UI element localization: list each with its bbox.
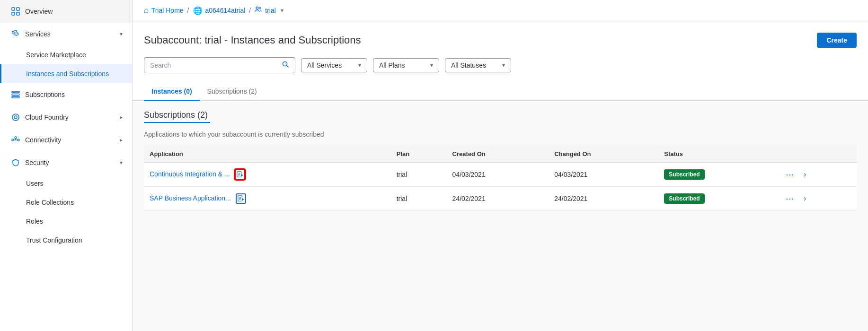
- svg-rect-5: [12, 94, 19, 96]
- app-icon-0[interactable]: [235, 169, 245, 180]
- search-icon: [282, 61, 289, 70]
- more-options-button-0[interactable]: ⋯: [783, 168, 798, 181]
- tabs: Instances (0) Subscriptions (2): [133, 83, 868, 101]
- tab-subscriptions[interactable]: Subscriptions (2): [200, 83, 265, 101]
- page-title: Subaccount: trial - Instances and Subscr…: [144, 34, 361, 46]
- svg-rect-1: [17, 8, 19, 10]
- col-changed-on: Changed On: [549, 146, 658, 163]
- filter-bar: All Services ▾ All Plans ▾ All Statuses …: [133, 57, 868, 83]
- page-header: Subaccount: trial - Instances and Subscr…: [133, 21, 868, 57]
- sidebar-item-overview-label: Overview: [25, 8, 123, 15]
- svg-line-17: [287, 66, 289, 68]
- table-row: Continuous Integration & ... trial 04/03…: [144, 163, 857, 187]
- svg-point-7: [12, 114, 19, 121]
- table-header-row: Application Plan Created On Changed On S…: [144, 146, 857, 163]
- sidebar-item-service-marketplace[interactable]: Service Marketplace: [0, 45, 132, 64]
- cell-plan-1: trial: [391, 187, 447, 211]
- all-services-dropdown[interactable]: All Services ▾: [301, 58, 367, 72]
- actions-cell-0: ⋯ ›: [783, 168, 851, 181]
- all-services-label: All Services: [307, 61, 354, 69]
- cell-changed-on-0: 04/03/2021: [549, 163, 658, 187]
- breadcrumb-account[interactable]: 🌐 a064614atrial: [193, 6, 246, 15]
- chevron-down-icon-6: ▾: [502, 62, 505, 69]
- all-statuses-dropdown[interactable]: All Statuses ▾: [445, 58, 511, 72]
- search-box[interactable]: [144, 57, 295, 73]
- svg-point-10: [18, 139, 19, 141]
- breadcrumb-subaccount-label: trial: [265, 7, 276, 14]
- sidebar-item-subscriptions[interactable]: Subscriptions: [0, 83, 132, 106]
- sidebar-item-trust-configuration-label: Trust Configuration: [26, 236, 82, 244]
- sidebar-item-overview[interactable]: Overview: [0, 0, 132, 23]
- chevron-right-icon-2: ▸: [120, 137, 123, 143]
- sidebar-item-connectivity[interactable]: Connectivity ▸: [0, 129, 132, 151]
- subscriptions-table: Application Plan Created On Changed On S…: [144, 146, 857, 211]
- sidebar-item-trust-configuration[interactable]: Trust Configuration: [0, 231, 132, 250]
- sidebar-item-security[interactable]: Security ▾: [0, 151, 132, 174]
- cloud-foundry-icon: [11, 113, 20, 122]
- actions-cell-1: ⋯ ›: [783, 192, 851, 205]
- sidebar-item-connectivity-label: Connectivity: [25, 136, 115, 144]
- sidebar-item-cloud-foundry[interactable]: Cloud Foundry ▸: [0, 106, 132, 129]
- tab-subscriptions-label: Subscriptions (2): [207, 87, 257, 95]
- sidebar-item-users-label: Users: [26, 180, 44, 187]
- col-plan: Plan: [391, 146, 447, 163]
- col-created-on: Created On: [447, 146, 549, 163]
- main-content: ⌂ Trial Home / 🌐 a064614atrial / trial ▾…: [133, 0, 868, 331]
- all-statuses-label: All Statuses: [451, 61, 498, 69]
- chevron-down-icon-2: ▾: [120, 159, 123, 166]
- breadcrumb-sep-1: /: [187, 7, 189, 14]
- all-plans-label: All Plans: [379, 61, 426, 69]
- svg-rect-2: [12, 12, 15, 15]
- cell-application: Continuous Integration & ...: [144, 163, 391, 187]
- sidebar-item-roles-label: Roles: [26, 218, 43, 225]
- sidebar-item-security-label: Security: [25, 159, 115, 166]
- cell-actions-0: ⋯ ›: [777, 163, 857, 187]
- sidebar-item-users[interactable]: Users: [0, 174, 132, 193]
- svg-point-15: [259, 7, 261, 9]
- home-icon: ⌂: [144, 6, 149, 15]
- connectivity-icon: [11, 135, 20, 145]
- subscriptions-section-desc: Applications to which your subaccount is…: [144, 131, 857, 138]
- shield-icon: [11, 158, 20, 167]
- sidebar-item-instances-subscriptions[interactable]: Instances and Subscriptions: [0, 64, 132, 83]
- sidebar-item-roles[interactable]: Roles: [0, 212, 132, 231]
- chevron-right-icon: ▸: [120, 114, 123, 121]
- app-link-0[interactable]: Continuous Integration & ...: [150, 170, 230, 178]
- all-plans-dropdown[interactable]: All Plans ▾: [373, 58, 439, 72]
- app-link-1[interactable]: SAP Business Application...: [150, 194, 231, 202]
- row-nav-chevron-0[interactable]: ›: [804, 170, 806, 179]
- svg-rect-3: [17, 12, 19, 15]
- col-actions: [777, 146, 857, 163]
- tab-instances-label: Instances (0): [151, 87, 192, 95]
- breadcrumb-subaccount[interactable]: trial ▾: [255, 6, 283, 15]
- people-icon: [255, 6, 262, 15]
- chevron-down-icon-4: ▾: [358, 62, 361, 69]
- col-status: Status: [658, 146, 777, 163]
- status-badge-0: Subscribed: [664, 169, 704, 180]
- breadcrumb-trial-home[interactable]: ⌂ Trial Home: [144, 6, 184, 15]
- list-icon: [11, 90, 20, 99]
- chevron-down-icon-3: ▾: [281, 7, 283, 14]
- content-area: Subscriptions (2) Applications to which …: [133, 101, 868, 331]
- sidebar-item-cloud-foundry-label: Cloud Foundry: [25, 113, 115, 121]
- sidebar-item-role-collections-label: Role Collections: [26, 199, 74, 206]
- cell-status-0: Subscribed: [658, 163, 777, 187]
- app-icon-1[interactable]: [236, 193, 246, 204]
- cell-created-on-0: 04/03/2021: [447, 163, 549, 187]
- more-options-button-1[interactable]: ⋯: [783, 192, 798, 205]
- sidebar-item-role-collections[interactable]: Role Collections: [0, 193, 132, 212]
- sidebar-item-service-marketplace-label: Service Marketplace: [26, 51, 86, 59]
- svg-point-8: [14, 116, 17, 119]
- svg-point-12: [15, 137, 17, 139]
- sidebar: Overview Services ▾ Service Marketplace …: [0, 0, 133, 331]
- globe-icon: 🌐: [193, 6, 203, 15]
- chevron-down-icon-5: ▾: [430, 62, 433, 69]
- tab-instances[interactable]: Instances (0): [144, 83, 200, 101]
- create-button[interactable]: Create: [817, 33, 857, 48]
- search-input[interactable]: [150, 61, 278, 69]
- row-nav-chevron-1[interactable]: ›: [804, 194, 806, 203]
- section-title-underline: [144, 122, 210, 123]
- sidebar-item-services-label: Services: [25, 30, 115, 38]
- svg-point-9: [12, 139, 14, 141]
- sidebar-item-services[interactable]: Services ▾: [0, 23, 132, 45]
